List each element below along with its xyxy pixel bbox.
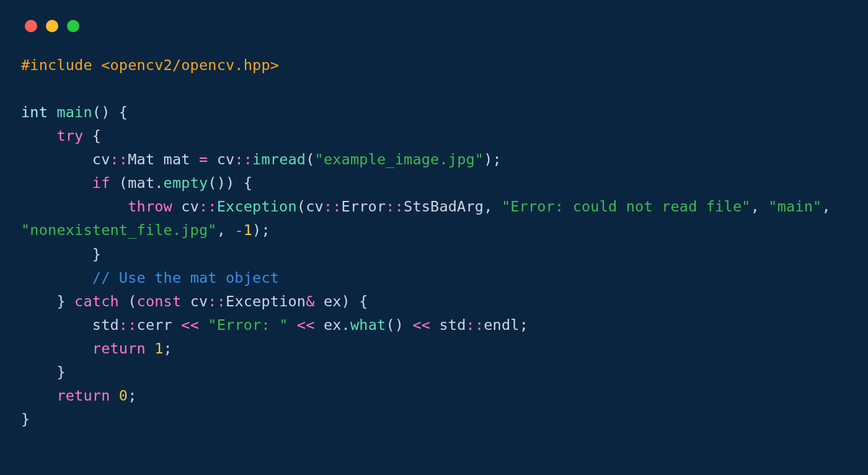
code-token: StsBadArg, bbox=[404, 198, 502, 215]
code-token: cv bbox=[21, 151, 110, 168]
code-token: return bbox=[56, 387, 110, 404]
code-token: & bbox=[306, 293, 314, 310]
code-token: ; bbox=[164, 340, 172, 357]
code-token: { bbox=[83, 127, 101, 144]
code-token bbox=[21, 269, 92, 286]
code-token: ( bbox=[119, 293, 137, 310]
code-token: :: bbox=[110, 151, 128, 168]
code-token: - bbox=[234, 221, 243, 239]
code-token: throw bbox=[128, 198, 172, 215]
code-token: :: bbox=[466, 316, 484, 334]
code-token: endl; bbox=[484, 316, 528, 334]
code-token: catch bbox=[74, 293, 119, 310]
code-token: what bbox=[350, 316, 386, 334]
traffic-light-zoom-icon[interactable] bbox=[67, 20, 79, 32]
code-token bbox=[199, 316, 208, 334]
code-token: :: bbox=[234, 151, 252, 168]
code-token: cerr bbox=[137, 316, 182, 334]
code-token: () bbox=[386, 316, 412, 334]
code-token: "nonexistent_file.jpg" bbox=[21, 221, 217, 239]
code-token: 0 bbox=[119, 387, 128, 404]
code-token: :: bbox=[119, 316, 137, 334]
traffic-light-minimize-icon[interactable] bbox=[46, 20, 58, 32]
code-token bbox=[110, 387, 119, 404]
code-token: << bbox=[181, 316, 199, 334]
code-token: ()) { bbox=[208, 174, 252, 192]
code-token: } bbox=[21, 293, 74, 310]
code-token: "Error: " bbox=[208, 316, 288, 334]
code-token: // Use the mat object bbox=[92, 269, 279, 286]
code-token: const bbox=[137, 293, 182, 310]
code-token: cv bbox=[172, 198, 199, 215]
code-token: , bbox=[751, 198, 769, 215]
code-block: #include <opencv2/opencv.hpp> int main()… bbox=[21, 53, 847, 431]
code-token: :: bbox=[386, 198, 404, 215]
code-token: "Error: could not read file" bbox=[502, 198, 751, 215]
code-token: empty bbox=[164, 174, 208, 192]
code-token: << bbox=[297, 316, 315, 334]
code-token bbox=[21, 174, 92, 192]
code-token: :: bbox=[199, 198, 217, 215]
traffic-light-close-icon[interactable] bbox=[25, 20, 37, 32]
code-token: (mat. bbox=[110, 174, 164, 192]
code-token: return bbox=[92, 340, 146, 357]
code-token: } bbox=[21, 246, 101, 263]
code-token: ); bbox=[252, 221, 270, 239]
code-token: Error bbox=[342, 198, 386, 215]
code-token: cv bbox=[181, 293, 208, 310]
code-token: } bbox=[21, 411, 30, 428]
code-token bbox=[21, 198, 128, 215]
code-token: << bbox=[412, 316, 430, 334]
code-token bbox=[146, 340, 154, 357]
code-token: if bbox=[92, 174, 110, 192]
code-token: Exception bbox=[217, 198, 297, 215]
code-token: , bbox=[822, 198, 839, 215]
code-token: Mat mat bbox=[128, 151, 199, 168]
code-token: = bbox=[199, 151, 208, 168]
code-token: "main" bbox=[768, 198, 822, 215]
code-token: , bbox=[217, 221, 235, 239]
code-token: 1 bbox=[154, 340, 163, 357]
code-token: () { bbox=[92, 104, 128, 121]
code-token bbox=[48, 104, 56, 121]
code-token: std bbox=[21, 316, 119, 334]
code-token: imread bbox=[252, 151, 306, 168]
code-token: #include <opencv2/opencv.hpp> bbox=[21, 56, 279, 74]
code-token bbox=[21, 127, 56, 144]
code-token: std bbox=[430, 316, 466, 334]
code-token: cv bbox=[208, 151, 234, 168]
code-token: (cv bbox=[297, 198, 324, 215]
code-token: int bbox=[21, 104, 48, 121]
code-token bbox=[21, 387, 56, 404]
code-token: :: bbox=[324, 198, 342, 215]
code-token: ex) { bbox=[315, 293, 368, 310]
code-token: main bbox=[56, 104, 92, 121]
code-token: "example_image.jpg" bbox=[315, 151, 484, 168]
code-token: ; bbox=[128, 387, 136, 404]
code-token: 1 bbox=[244, 221, 252, 239]
code-token: try bbox=[56, 127, 83, 144]
code-token: } bbox=[21, 363, 66, 381]
code-token bbox=[288, 316, 297, 334]
code-token: :: bbox=[208, 293, 226, 310]
code-token: ( bbox=[306, 151, 314, 168]
code-token: Exception bbox=[226, 293, 306, 310]
traffic-lights bbox=[25, 20, 847, 32]
code-token: ex. bbox=[315, 316, 350, 334]
code-token bbox=[21, 340, 92, 357]
code-token: ); bbox=[484, 151, 502, 168]
